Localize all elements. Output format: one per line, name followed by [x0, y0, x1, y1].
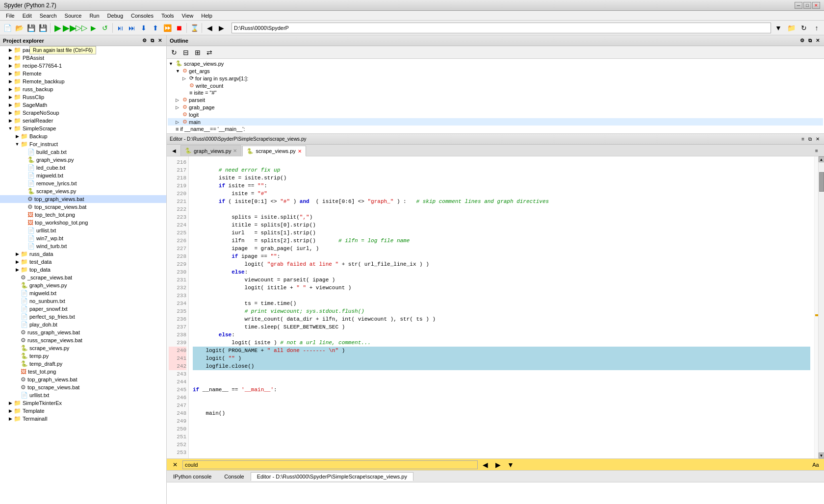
tree-item-wind-turb[interactable]: 📄 wind_turb.txt	[0, 242, 166, 250]
tree-item-termainal[interactable]: ▶ 📁 TermainalI	[0, 415, 166, 423]
tree-item-remove-lyrics[interactable]: 📄 remove_lyrics.txt	[0, 179, 166, 187]
menu-view[interactable]: View	[178, 12, 198, 20]
tree-item-test-data[interactable]: ▶ 📁 test_data	[0, 258, 166, 266]
outline-item-get-args[interactable]: ▼ ⚙ get_args	[168, 67, 823, 75]
tab-console[interactable]: Console	[218, 472, 250, 481]
tree-item-scrape-views-py-2[interactable]: 🐍 scrape_views.py	[0, 187, 166, 195]
tree-item-led-cube[interactable]: 📄 led_cube.txt	[0, 164, 166, 172]
tab-editor-path[interactable]: Editor - D:\Russ\0000\SpyderP\SimpleScra…	[251, 472, 413, 481]
outline-item-write-count[interactable]: ⚙ write_count	[168, 82, 823, 89]
project-explorer-settings-button[interactable]: ⚙	[141, 37, 148, 44]
open-file-button[interactable]: 📂	[14, 23, 25, 33]
tree-item-simplescrape[interactable]: ▼ 📁 SimpleScrape	[0, 125, 166, 132]
tree-item-remote-backkup[interactable]: ▶ 📁 Remote_backkup	[0, 77, 166, 85]
tree-item-backup[interactable]: ▶ 📁 Backup	[0, 132, 166, 140]
code-editor[interactable]: 216217218219220 221222223224225 22622722…	[167, 156, 824, 458]
outline-item-parseit[interactable]: ▷ ⚙ parseit	[168, 96, 823, 103]
tree-item-template[interactable]: ▶ 📁 Template	[0, 407, 166, 415]
editor-tab-arrow-left[interactable]: ◀	[169, 145, 180, 156]
editor-close-button[interactable]: ✕	[814, 136, 821, 143]
menu-search[interactable]: Search	[36, 12, 61, 20]
outline-item-if-main[interactable]: ≡ if __name__== '__main__':	[168, 126, 823, 132]
tree-item-urllist[interactable]: 📄 urllist.txt	[0, 227, 166, 234]
step-button[interactable]: ⏭	[127, 23, 137, 33]
outline-refresh-button[interactable]: ↻	[169, 47, 180, 58]
save-file-button[interactable]: 💾	[26, 23, 36, 33]
menu-debug[interactable]: Debug	[103, 12, 127, 20]
tree-item-graph-views-py-2[interactable]: 🐍 graph_views.py	[0, 156, 166, 164]
outline-item-logit[interactable]: ⚙ logit	[168, 111, 823, 118]
tree-item-graph-views-py[interactable]: 🐍 graph_views.py	[0, 281, 166, 289]
menu-source[interactable]: Source	[61, 12, 86, 20]
project-explorer-close-button[interactable]: ✕	[156, 37, 163, 44]
search-close-button[interactable]: ✕	[170, 459, 180, 470]
editor-tab-options[interactable]: ≡	[811, 145, 822, 156]
outline-expand-button[interactable]: ⊞	[192, 47, 203, 58]
search-prev-button[interactable]: ◀	[480, 459, 490, 470]
tree-item-remote[interactable]: ▶ 📁 Remote	[0, 70, 166, 77]
continue-button[interactable]: ⏩	[162, 23, 173, 33]
path-browse-button[interactable]: 📁	[786, 23, 797, 33]
run-button[interactable]: ▶	[52, 23, 63, 33]
maximize-button[interactable]: □	[803, 2, 811, 9]
search-input[interactable]	[182, 460, 478, 469]
tree-item-no-sunburn[interactable]: 📄 no_sunburn.txt	[0, 297, 166, 305]
outline-item-grab-page[interactable]: ▷ ⚙ grab_page	[168, 103, 823, 111]
stop-debug-button[interactable]: ⏹	[174, 23, 184, 33]
tree-item-urllist-2[interactable]: 📄 urllist.txt	[0, 391, 166, 399]
run-cell-button[interactable]: ▶▶	[64, 23, 75, 33]
tree-item-russ-data[interactable]: ▶ 📁 russ_data	[0, 250, 166, 258]
tab-ipython-console[interactable]: IPython console	[167, 472, 218, 481]
code-text[interactable]: # need error fix up isite = isite.strip(…	[189, 156, 814, 458]
menu-tools[interactable]: Tools	[157, 12, 178, 20]
menu-edit[interactable]: Edit	[19, 12, 36, 20]
path-dropdown-button[interactable]: ▼	[773, 23, 784, 33]
scroll-thumb[interactable]	[819, 172, 824, 192]
outline-settings-button[interactable]: ⚙	[798, 37, 806, 44]
editor-tab-scrape-views[interactable]: 🐍 scrape_views.py ✕	[242, 146, 306, 156]
menu-file[interactable]: File	[2, 12, 19, 20]
tree-item-russclip[interactable]: ▶ 📁 RussClip	[0, 93, 166, 101]
vertical-scrollbar[interactable]: ▲ ▼	[818, 156, 824, 458]
profile-button[interactable]: ⌛	[189, 23, 200, 33]
scroll-up-button[interactable]: ▲	[819, 156, 824, 162]
save-all-button[interactable]: 💾	[37, 23, 48, 33]
tree-item-temp-py[interactable]: 🐍 temp.py	[0, 352, 166, 360]
tree-item-test-tot-png[interactable]: 🖼 test_tot.png	[0, 368, 166, 376]
tree-item-top-scrape-views-bat[interactable]: ⚙ top_scrape_views.bat	[0, 203, 166, 211]
project-explorer-float-button[interactable]: ⧉	[149, 37, 155, 44]
tree-item-serialreader[interactable]: ▶ 📁 serialReader	[0, 117, 166, 125]
search-next-button[interactable]: ▶	[492, 459, 503, 470]
tree-item-top-workshop-tot[interactable]: 🖼 top_workshop_tot.png	[0, 219, 166, 227]
tree-item-paper-snowf[interactable]: 📄 paper_snowf.txt	[0, 305, 166, 313]
outline-float-button[interactable]: ⧉	[807, 37, 813, 44]
menu-help[interactable]: Help	[197, 12, 216, 20]
tree-item-build-cab[interactable]: 📄 build_cab.txt	[0, 148, 166, 156]
scroll-track[interactable]	[819, 162, 824, 453]
tree-item-russ-scrape-views[interactable]: ⚙ russ_scrape_views.bat	[0, 336, 166, 344]
tree-item-top-tech-tot[interactable]: 🖼 top_tech_tot.png	[0, 211, 166, 219]
run-selection-button[interactable]: ▶	[88, 23, 99, 33]
editor-tab-graph-views[interactable]: 🐍 graph_views.py ✕	[180, 145, 241, 156]
tree-item-sagemath[interactable]: ▶ 📁 SageMath	[0, 101, 166, 109]
tree-item-scrapenosoup[interactable]: ▶ 📁 ScrapeNoSoup	[0, 109, 166, 117]
outline-item-main[interactable]: ▷ ⚙ main	[168, 118, 823, 126]
project-tree[interactable]: ▶ 📁 pamie ▶ 📁 PBAssist ▶ 📁 recipe-577654…	[0, 46, 166, 504]
outline-close-button[interactable]: ✕	[814, 37, 821, 44]
forward-button[interactable]: ▶	[216, 23, 227, 33]
editor-options-button[interactable]: ≡	[800, 136, 806, 143]
back-button[interactable]: ◀	[204, 23, 215, 33]
outline-collapse-button[interactable]: ⊟	[180, 47, 191, 58]
tree-item-migweld-txt[interactable]: 📄 migweld.txt	[0, 289, 166, 297]
new-file-button[interactable]: 📄	[2, 23, 13, 33]
tree-item-top-graph-views-bat-2[interactable]: ⚙ top_graph_views.bat	[0, 376, 166, 383]
tree-item-simpletkinterex[interactable]: ▶ 📁 SimpleTkinterEx	[0, 399, 166, 407]
tree-item-russ-graph-views[interactable]: ⚙ russ_graph_views.bat	[0, 328, 166, 336]
tree-item-for-instruct[interactable]: ▼ 📁 For_instruct	[0, 140, 166, 148]
tree-item-migweld[interactable]: 📄 migweld.txt	[0, 172, 166, 179]
outline-item-isite[interactable]: ≡ isite = "#"	[168, 89, 823, 96]
path-parent-button[interactable]: ↑	[811, 23, 822, 33]
debug-button[interactable]: ⏯	[115, 23, 126, 33]
minimize-button[interactable]: ─	[795, 2, 802, 9]
outline-item-scrape-views[interactable]: ▼ 🐍 scrape_views.py	[168, 60, 823, 67]
